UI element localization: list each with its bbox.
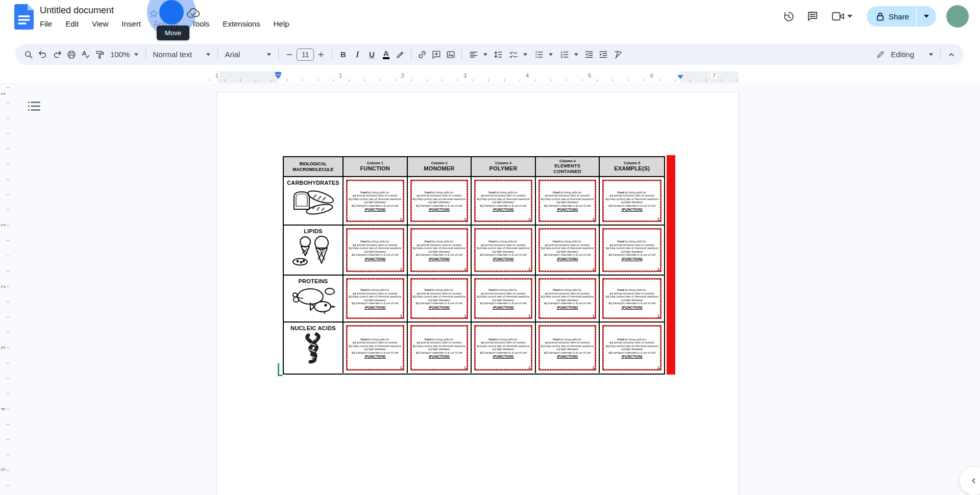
card-item: d.) transport materials in & out of cell [413, 253, 466, 257]
ruler-tick [7, 194, 9, 195]
account-avatar[interactable] [946, 5, 969, 28]
card-footer: (FUNCTION) [413, 257, 466, 261]
spellcheck-button[interactable] [79, 47, 93, 62]
ruler-tick [7, 118, 9, 118]
answer-card: Used by living cells for:a.) animal stru… [346, 228, 404, 272]
hide-menus-button[interactable] [944, 47, 959, 62]
undo-button[interactable] [36, 47, 50, 62]
zoom-select[interactable]: 100% [107, 47, 142, 62]
menu-help[interactable]: Help [274, 19, 289, 28]
paragraph-style-select[interactable]: Normal text [150, 47, 214, 62]
italic-button[interactable]: I [350, 47, 364, 62]
menu-edit[interactable]: Edit [65, 19, 79, 28]
menu-extensions[interactable]: Extensions [223, 19, 260, 28]
align-button[interactable] [465, 47, 491, 62]
card-badge: 1 [528, 314, 530, 318]
card-item: c.) fight diseases [477, 250, 530, 254]
titlebar-actions: Share [777, 0, 980, 33]
increase-indent-button[interactable] [596, 47, 610, 62]
ruler-number: 4 [524, 72, 530, 79]
right-indent-marker[interactable] [677, 75, 683, 79]
toolbar: 100% Normal text Arial 11 B I U A [0, 33, 980, 71]
menu-file[interactable]: File [40, 19, 52, 28]
ruler-number: 4 [0, 407, 6, 412]
answer-card: Used by living cells for:a.) animal stru… [474, 228, 532, 272]
paint-format-button[interactable] [93, 47, 107, 62]
inline-image-worksheet[interactable]: BIOLOGICALMACROMOLECULEColumn 1FUNCTIONC… [279, 155, 680, 375]
menu-view[interactable]: View [92, 19, 108, 28]
add-comment-button[interactable] [429, 47, 444, 62]
column-label: FUNCTION [360, 165, 390, 172]
print-button[interactable] [64, 47, 79, 62]
share-button[interactable]: Share [867, 6, 916, 27]
card-footer: (FUNCTION) [605, 355, 659, 358]
card-intro: Used by living cells for: [477, 191, 530, 194]
card-item: b.) help control rate of chemical reacti… [541, 246, 594, 250]
answer-card: Used by living cells for:a.) animal stru… [410, 228, 469, 272]
move-button[interactable] [159, 0, 184, 24]
show-side-panel-button[interactable] [960, 466, 980, 495]
font-family-select[interactable]: Arial [222, 47, 275, 62]
font-size-input[interactable]: 11 [297, 48, 314, 61]
answer-card: Used by living cells for:a.) animal stru… [474, 180, 532, 222]
first-line-indent-marker[interactable] [275, 72, 281, 75]
bold-button[interactable]: B [336, 47, 350, 62]
redo-button[interactable] [50, 47, 64, 62]
left-indent-marker[interactable] [275, 75, 281, 79]
video-call-button[interactable] [831, 11, 852, 22]
document-status-icon[interactable] [186, 7, 201, 20]
ruler-tick [7, 103, 9, 103]
share-dropdown-button[interactable] [917, 6, 936, 27]
comments-button[interactable] [801, 5, 824, 28]
line-spacing-button[interactable] [491, 47, 505, 62]
card-item: c.) fight diseases [605, 348, 659, 351]
card-footer: (FUNCTION) [413, 306, 466, 309]
highlight-color-button[interactable] [393, 47, 407, 62]
card-item: a.) animal structure (skin & muscle) [605, 341, 659, 344]
checklist-button[interactable] [505, 47, 531, 62]
ruler-tick [7, 164, 9, 164]
worksheet-cell: Used by living cells for:a.) animal stru… [600, 323, 664, 373]
underline-button[interactable]: U [364, 47, 379, 62]
ruler-tick [551, 79, 551, 82]
editing-mode-select[interactable]: Editing [873, 47, 937, 62]
card-item: b.) help control rate of chemical reacti… [349, 344, 402, 348]
card-intro: Used by living cells for: [541, 338, 594, 341]
card-item: a.) animal structure (skin & muscle) [477, 243, 530, 247]
decrease-font-size-button[interactable] [282, 47, 297, 62]
card-item: b.) help control rate of chemical reacti… [349, 197, 402, 201]
page[interactable]: BIOLOGICALMACROMOLECULEColumn 1FUNCTIONC… [217, 92, 739, 495]
column-label: POLYMER [489, 165, 518, 172]
card-item: b.) help control rate of chemical reacti… [541, 344, 594, 348]
insert-image-button[interactable] [444, 47, 458, 62]
search-menus-button[interactable] [21, 47, 36, 62]
document-title[interactable]: Untitled document [40, 5, 114, 16]
video-call-dropdown-icon [847, 15, 852, 18]
ruler-tick [7, 133, 9, 134]
clear-formatting-button[interactable] [610, 47, 625, 62]
card-badge: 1 [593, 267, 595, 271]
menu-insert[interactable]: Insert [121, 19, 141, 28]
ruler-tick [349, 79, 350, 82]
ruler-tick [333, 79, 334, 82]
increase-font-size-button[interactable] [314, 47, 328, 62]
ruler-tick [442, 79, 443, 82]
version-history-button[interactable] [777, 5, 801, 28]
card-item: d.) transport materials in & out of cell [541, 204, 594, 208]
text-color-button[interactable]: A [379, 47, 393, 62]
ruler-tick [7, 317, 9, 317]
docs-logo-icon[interactable] [14, 4, 34, 30]
ruler-tick [287, 79, 287, 82]
decrease-indent-button[interactable] [582, 47, 596, 62]
answer-card: Used by living cells for:a.) animal stru… [474, 278, 532, 319]
document-outline-button[interactable] [27, 100, 45, 115]
card-item: b.) help control rate of chemical reacti… [477, 344, 530, 348]
card-item: c.) fight diseases [605, 201, 659, 204]
bulleted-list-button[interactable] [531, 47, 556, 62]
card-item: d.) transport materials in & out of cell [477, 204, 530, 208]
card-item: c.) fight diseases [413, 299, 466, 302]
numbered-list-button[interactable]: 1 2 3 [556, 47, 582, 62]
insert-link-button[interactable] [415, 47, 429, 62]
answer-card: Used by living cells for:a.) animal stru… [410, 325, 469, 370]
worksheet-cell: Used by living cells for:a.) animal stru… [408, 226, 472, 276]
